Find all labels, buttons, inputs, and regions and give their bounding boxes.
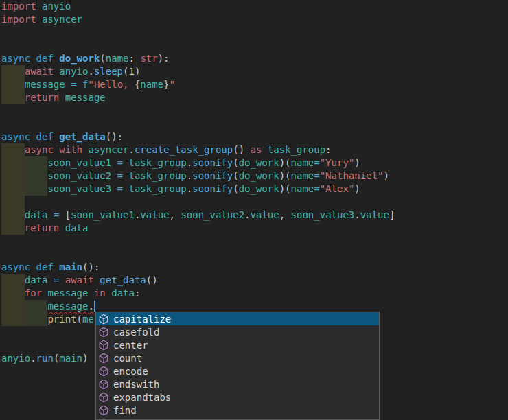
- code-line[interactable]: [0, 117, 508, 130]
- code-line[interactable]: import asyncer: [0, 13, 508, 26]
- symbol-method-icon: [98, 340, 109, 351]
- code-token: ,: [170, 209, 175, 220]
- code-line[interactable]: soon_value2 = task_group.soonify(do_work…: [0, 170, 508, 183]
- code-token: .: [128, 144, 134, 155]
- code-token: ): [82, 353, 88, 364]
- code-token: async: [1, 261, 30, 272]
- code-token: [1, 92, 25, 103]
- code-line[interactable]: data = await get_data(): [0, 274, 508, 287]
- code-token: [30, 131, 36, 142]
- code-token: get_data: [59, 131, 105, 142]
- code-token: anyio: [59, 66, 88, 77]
- code-line[interactable]: [0, 26, 508, 39]
- code-line[interactable]: return data: [0, 222, 508, 235]
- code-token: name: [291, 183, 314, 194]
- code-line[interactable]: [0, 39, 508, 52]
- code-line[interactable]: async with asyncer.create_task_group() a…: [0, 143, 508, 156]
- suggestion-item[interactable]: capitalize: [96, 312, 379, 325]
- code-token: ): [354, 183, 360, 194]
- code-token: data: [25, 275, 48, 285]
- code-token: anyio: [42, 1, 71, 12]
- code-token: [111, 157, 117, 168]
- code-token: .: [88, 301, 93, 312]
- code-token: [1, 157, 47, 168]
- symbol-method-icon: [98, 366, 109, 377]
- symbol-method-icon: [98, 353, 109, 364]
- code-token: do_work: [239, 157, 279, 168]
- code-token: [47, 275, 53, 285]
- code-token: task_group: [128, 183, 186, 194]
- code-token: data: [65, 222, 89, 233]
- code-token: .: [354, 209, 360, 220]
- suggestion-label: casefold: [113, 327, 159, 338]
- suggestion-label: format: [113, 418, 148, 420]
- code-line[interactable]: [0, 235, 508, 248]
- code-token: value: [360, 209, 389, 220]
- suggestion-item[interactable]: endswith: [96, 377, 379, 390]
- code-token: message: [25, 79, 65, 90]
- code-line[interactable]: for message in data:: [0, 287, 508, 300]
- suggestion-item[interactable]: count: [96, 351, 379, 364]
- code-token: .: [187, 170, 192, 181]
- suggestion-item[interactable]: center: [96, 338, 379, 351]
- code-line[interactable]: import anyio: [0, 0, 508, 13]
- suggestion-item[interactable]: format: [96, 417, 379, 420]
- code-line[interactable]: await anyio.sleep(1): [0, 65, 508, 78]
- code-token: (): [146, 275, 158, 285]
- code-line[interactable]: message = f"Hello, {name}": [0, 78, 508, 91]
- code-token: (: [123, 66, 128, 77]
- code-token: =: [71, 79, 76, 90]
- code-line[interactable]: [0, 196, 508, 209]
- code-token: soon_value3: [47, 183, 111, 194]
- code-token: (: [77, 314, 82, 325]
- code-token: soonify: [192, 157, 233, 168]
- code-token: ): [383, 170, 389, 181]
- suggestion-item[interactable]: expandtabs: [96, 390, 379, 404]
- code-token: async: [25, 144, 54, 155]
- suggestion-item[interactable]: encode: [96, 364, 379, 377]
- code-token: sleep: [94, 66, 123, 77]
- code-line[interactable]: soon_value1 = task_group.soonify(do_work…: [0, 156, 508, 170]
- code-line[interactable]: data = [soon_value1.value, soon_value2.v…: [0, 209, 508, 222]
- code-token: soon_value2: [181, 209, 244, 220]
- suggestion-item[interactable]: find: [96, 404, 379, 417]
- code-line[interactable]: [0, 248, 508, 261]
- code-line[interactable]: async def do_work(name: str):: [0, 52, 508, 65]
- code-line[interactable]: soon_value3 = task_group.soonify(do_work…: [0, 183, 508, 196]
- code-token: task_group: [268, 144, 325, 155]
- code-token: data: [111, 288, 135, 299]
- code-token: [65, 79, 71, 90]
- code-token: "Alex": [320, 183, 355, 194]
- code-token: )(: [279, 183, 291, 194]
- code-token: [244, 144, 250, 155]
- code-token: [285, 209, 290, 220]
- suggestion-label: expandtabs: [113, 392, 171, 403]
- code-line[interactable]: return message: [0, 91, 508, 104]
- code-token: soon_value1: [47, 157, 111, 168]
- code-token: soonify: [192, 170, 233, 181]
- autocomplete-popup: capitalizecasefoldcentercountencodeendsw…: [95, 312, 380, 420]
- symbol-method-icon: [98, 392, 109, 403]
- symbol-method-icon: [98, 314, 109, 325]
- code-token: [59, 92, 65, 103]
- code-token: [1, 79, 25, 90]
- code-token: task_group: [128, 170, 186, 181]
- code-token: [88, 288, 93, 299]
- code-token: print: [47, 314, 76, 325]
- code-token: (: [100, 53, 105, 64]
- suggestion-item[interactable]: casefold: [96, 325, 379, 338]
- code-token: ": [170, 79, 175, 90]
- code-token: [1, 183, 47, 194]
- code-token: import: [1, 14, 36, 25]
- code-token: def: [36, 131, 54, 142]
- code-line[interactable]: async def get_data():: [0, 130, 508, 143]
- code-line[interactable]: [0, 104, 508, 117]
- code-token: [111, 183, 117, 194]
- symbol-method-icon: [98, 327, 109, 338]
- code-token: soon_value2: [47, 170, 111, 181]
- code-line[interactable]: async def main():: [0, 261, 508, 274]
- code-token: )(: [279, 157, 291, 168]
- suggestion-label: center: [113, 340, 148, 351]
- code-token: .: [187, 157, 192, 168]
- code-token: .: [30, 353, 36, 364]
